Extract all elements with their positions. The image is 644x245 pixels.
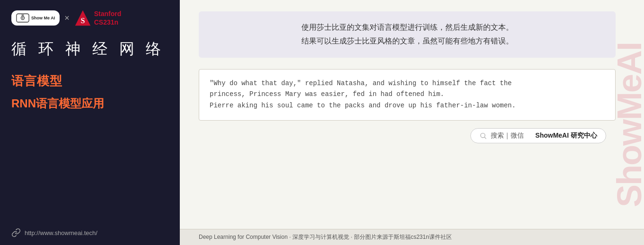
stanford-icon: S bbox=[74, 9, 91, 26]
stanford-text: Stanford CS231n bbox=[94, 9, 122, 26]
x-divider: × bbox=[64, 13, 70, 23]
section2-label: RNN语言模型应用 bbox=[11, 96, 168, 111]
svg-text:S: S bbox=[80, 17, 85, 25]
code-text: "Why do what that day," replied Natasha,… bbox=[210, 78, 605, 112]
footer-bar: Deep Learning for Computer Vision · 深度学习… bbox=[180, 229, 644, 245]
search-bar[interactable]: 搜索｜微信 ShowMeAI 研究中心 bbox=[470, 128, 606, 143]
description-line-1: 使用莎士比亚的文集对语言模型进行训练，然后生成新的文本。 bbox=[214, 21, 600, 35]
description-box: 使用莎士比亚的文集对语言模型进行训练，然后生成新的文本。 结果可以生成莎士比亚风… bbox=[199, 11, 616, 58]
left-panel: Show Me AI × S Stanford CS231n 循 环 神 经 网… bbox=[0, 0, 180, 245]
showmeai-text: Show Me AI bbox=[31, 16, 55, 21]
logo-row: Show Me AI × S Stanford CS231n bbox=[11, 9, 168, 26]
search-bar-row: 搜索｜微信 ShowMeAI 研究中心 bbox=[199, 128, 616, 143]
search-brand: ShowMeAI 研究中心 bbox=[535, 131, 597, 140]
search-icon bbox=[479, 132, 487, 140]
description-line-2: 结果可以生成莎士比亚风格的文章，虽然可能有些地方有错误。 bbox=[214, 35, 600, 48]
footer-text: Deep Learning for Computer Vision · 深度学习… bbox=[199, 233, 452, 241]
showmeai-logo: Show Me AI bbox=[11, 10, 60, 26]
content-area: 使用莎士比亚的文集对语言模型进行训练，然后生成新的文本。 结果可以生成莎士比亚风… bbox=[180, 0, 644, 229]
showmeai-icon bbox=[16, 13, 29, 23]
search-label: 搜索｜微信 bbox=[491, 131, 524, 140]
website-url: http://www.showmeai.tech/ bbox=[25, 229, 97, 236]
stanford-logo: S Stanford CS231n bbox=[74, 9, 122, 26]
main-title: 循 环 神 经 网 络 bbox=[11, 39, 168, 60]
svg-rect-3 bbox=[21, 15, 24, 16]
svg-point-2 bbox=[22, 18, 24, 19]
section1-label: 语言模型 bbox=[11, 73, 168, 89]
right-panel: ShowMeAI 使用莎士比亚的文集对语言模型进行训练，然后生成新的文本。 结果… bbox=[180, 0, 644, 245]
bottom-link-row: http://www.showmeai.tech/ bbox=[11, 228, 168, 237]
link-icon bbox=[11, 228, 21, 237]
code-box: "Why do what that day," replied Natasha,… bbox=[199, 69, 616, 121]
